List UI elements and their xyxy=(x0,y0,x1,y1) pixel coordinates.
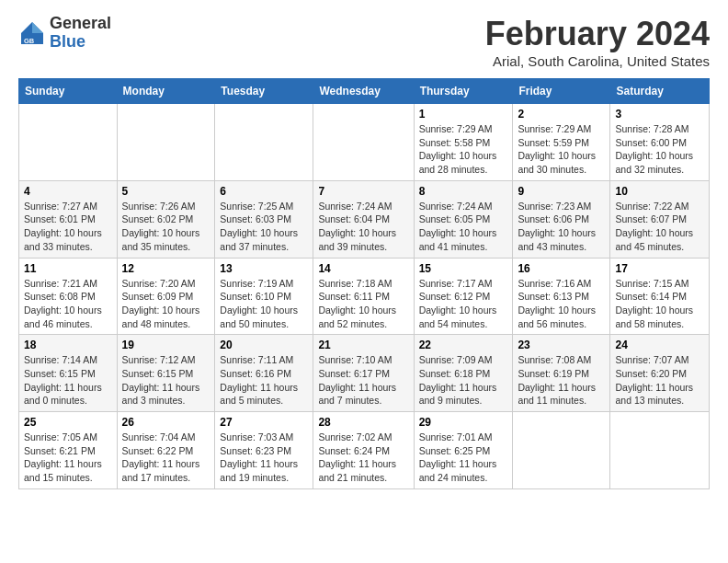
weekday-header-friday: Friday xyxy=(513,79,610,104)
day-info: Sunrise: 7:23 AM Sunset: 6:06 PM Dayligh… xyxy=(518,200,605,254)
day-number: 1 xyxy=(419,108,508,121)
calendar-cell-w4-d2: 27Sunrise: 7:03 AM Sunset: 6:23 PM Dayli… xyxy=(215,412,313,489)
weekday-header-sunday: Sunday xyxy=(19,79,118,104)
day-info: Sunrise: 7:22 AM Sunset: 6:07 PM Dayligh… xyxy=(615,200,704,254)
calendar-cell-w0-d5: 2Sunrise: 7:29 AM Sunset: 5:59 PM Daylig… xyxy=(513,104,610,181)
day-number: 10 xyxy=(615,185,704,198)
day-info: Sunrise: 7:04 AM Sunset: 6:22 PM Dayligh… xyxy=(122,431,210,485)
day-number: 12 xyxy=(122,262,210,275)
day-info: Sunrise: 7:26 AM Sunset: 6:02 PM Dayligh… xyxy=(122,200,210,254)
calendar-cell-w3-d0: 18Sunrise: 7:14 AM Sunset: 6:15 PM Dayli… xyxy=(19,335,118,412)
day-number: 2 xyxy=(518,108,605,121)
calendar-cell-w2-d1: 12Sunrise: 7:20 AM Sunset: 6:09 PM Dayli… xyxy=(117,258,215,335)
calendar-cell-w3-d6: 24Sunrise: 7:07 AM Sunset: 6:20 PM Dayli… xyxy=(610,335,710,412)
calendar-cell-w1-d1: 5Sunrise: 7:26 AM Sunset: 6:02 PM Daylig… xyxy=(117,180,215,258)
calendar-cell-w4-d0: 25Sunrise: 7:05 AM Sunset: 6:21 PM Dayli… xyxy=(19,412,118,489)
calendar-table: SundayMondayTuesdayWednesdayThursdayFrid… xyxy=(18,78,710,489)
day-number: 28 xyxy=(318,416,408,429)
day-info: Sunrise: 7:12 AM Sunset: 6:15 PM Dayligh… xyxy=(122,353,210,408)
calendar-cell-w0-d1 xyxy=(117,104,215,181)
logo-area: GB General Blue xyxy=(18,15,111,52)
day-info: Sunrise: 7:07 AM Sunset: 6:20 PM Dayligh… xyxy=(615,353,704,408)
day-info: Sunrise: 7:16 AM Sunset: 6:13 PM Dayligh… xyxy=(518,277,605,331)
weekday-header-monday: Monday xyxy=(117,79,215,104)
day-info: Sunrise: 7:20 AM Sunset: 6:09 PM Dayligh… xyxy=(122,277,210,331)
day-info: Sunrise: 7:11 AM Sunset: 6:16 PM Dayligh… xyxy=(220,353,308,408)
weekday-header-thursday: Thursday xyxy=(414,79,513,104)
day-info: Sunrise: 7:21 AM Sunset: 6:08 PM Dayligh… xyxy=(24,277,112,331)
day-info: Sunrise: 7:25 AM Sunset: 6:03 PM Dayligh… xyxy=(220,200,308,254)
day-info: Sunrise: 7:28 AM Sunset: 6:00 PM Dayligh… xyxy=(615,122,704,177)
weekday-header-saturday: Saturday xyxy=(610,79,710,104)
day-info: Sunrise: 7:19 AM Sunset: 6:10 PM Dayligh… xyxy=(220,277,308,331)
day-number: 15 xyxy=(419,262,508,275)
calendar-cell-w2-d4: 15Sunrise: 7:17 AM Sunset: 6:12 PM Dayli… xyxy=(414,258,513,335)
day-number: 21 xyxy=(318,339,408,351)
day-info: Sunrise: 7:14 AM Sunset: 6:15 PM Dayligh… xyxy=(24,353,112,408)
day-info: Sunrise: 7:01 AM Sunset: 6:25 PM Dayligh… xyxy=(419,431,508,485)
calendar-cell-w2-d6: 17Sunrise: 7:15 AM Sunset: 6:14 PM Dayli… xyxy=(610,258,710,335)
calendar-cell-w4-d6 xyxy=(610,412,710,489)
calendar-cell-w2-d0: 11Sunrise: 7:21 AM Sunset: 6:08 PM Dayli… xyxy=(19,258,118,335)
day-number: 29 xyxy=(419,416,508,429)
calendar-cell-w1-d3: 7Sunrise: 7:24 AM Sunset: 6:04 PM Daylig… xyxy=(313,180,414,258)
day-info: Sunrise: 7:09 AM Sunset: 6:18 PM Dayligh… xyxy=(419,353,508,408)
calendar-cell-w0-d3 xyxy=(313,104,414,181)
day-info: Sunrise: 7:03 AM Sunset: 6:23 PM Dayligh… xyxy=(220,431,308,485)
title-area: February 2024 Arial, South Carolina, Uni… xyxy=(485,15,710,69)
weekday-header-tuesday: Tuesday xyxy=(215,79,313,104)
location-subtitle: Arial, South Carolina, United States xyxy=(485,53,710,69)
calendar-cell-w2-d5: 16Sunrise: 7:16 AM Sunset: 6:13 PM Dayli… xyxy=(513,258,610,335)
day-number: 8 xyxy=(419,185,508,198)
day-number: 11 xyxy=(24,262,112,275)
calendar-cell-w0-d4: 1Sunrise: 7:29 AM Sunset: 5:58 PM Daylig… xyxy=(414,104,513,181)
day-number: 19 xyxy=(122,339,210,351)
month-title: February 2024 xyxy=(485,15,710,53)
day-info: Sunrise: 7:05 AM Sunset: 6:21 PM Dayligh… xyxy=(24,431,112,485)
calendar-cell-w4-d3: 28Sunrise: 7:02 AM Sunset: 6:24 PM Dayli… xyxy=(313,412,414,489)
calendar-cell-w2-d3: 14Sunrise: 7:18 AM Sunset: 6:11 PM Dayli… xyxy=(313,258,414,335)
calendar-cell-w2-d2: 13Sunrise: 7:19 AM Sunset: 6:10 PM Dayli… xyxy=(215,258,313,335)
day-info: Sunrise: 7:15 AM Sunset: 6:14 PM Dayligh… xyxy=(615,277,704,331)
header-section: GB General Blue February 2024 Arial, Sou… xyxy=(18,15,710,69)
day-number: 5 xyxy=(122,185,210,198)
calendar-cell-w1-d4: 8Sunrise: 7:24 AM Sunset: 6:05 PM Daylig… xyxy=(414,180,513,258)
day-number: 17 xyxy=(615,262,704,275)
day-number: 27 xyxy=(220,416,308,429)
calendar-cell-w0-d2 xyxy=(215,104,313,181)
day-info: Sunrise: 7:02 AM Sunset: 6:24 PM Dayligh… xyxy=(318,431,408,485)
calendar-cell-w3-d2: 20Sunrise: 7:11 AM Sunset: 6:16 PM Dayli… xyxy=(215,335,313,412)
svg-text:GB: GB xyxy=(24,36,35,44)
calendar-cell-w1-d2: 6Sunrise: 7:25 AM Sunset: 6:03 PM Daylig… xyxy=(215,180,313,258)
calendar-cell-w4-d1: 26Sunrise: 7:04 AM Sunset: 6:22 PM Dayli… xyxy=(117,412,215,489)
day-number: 22 xyxy=(419,339,508,351)
logo-blue: Blue xyxy=(50,33,111,52)
day-number: 16 xyxy=(518,262,605,275)
day-number: 14 xyxy=(318,262,408,275)
calendar-cell-w3-d4: 22Sunrise: 7:09 AM Sunset: 6:18 PM Dayli… xyxy=(414,335,513,412)
day-number: 23 xyxy=(518,339,605,351)
day-info: Sunrise: 7:24 AM Sunset: 6:05 PM Dayligh… xyxy=(419,200,508,254)
day-number: 24 xyxy=(615,339,704,351)
weekday-header-wednesday: Wednesday xyxy=(313,79,414,104)
day-number: 26 xyxy=(122,416,210,429)
day-number: 9 xyxy=(518,185,605,198)
day-info: Sunrise: 7:17 AM Sunset: 6:12 PM Dayligh… xyxy=(419,277,508,331)
day-info: Sunrise: 7:08 AM Sunset: 6:19 PM Dayligh… xyxy=(518,353,605,408)
day-number: 18 xyxy=(24,339,112,351)
day-number: 4 xyxy=(24,185,112,198)
generalblue-logo-icon: GB xyxy=(18,19,46,47)
day-info: Sunrise: 7:29 AM Sunset: 5:58 PM Dayligh… xyxy=(419,122,508,177)
day-number: 6 xyxy=(220,185,308,198)
day-number: 25 xyxy=(24,416,112,429)
calendar-cell-w3-d3: 21Sunrise: 7:10 AM Sunset: 6:17 PM Dayli… xyxy=(313,335,414,412)
calendar-cell-w4-d4: 29Sunrise: 7:01 AM Sunset: 6:25 PM Dayli… xyxy=(414,412,513,489)
day-number: 3 xyxy=(615,108,704,121)
day-info: Sunrise: 7:29 AM Sunset: 5:59 PM Dayligh… xyxy=(518,122,605,177)
calendar-cell-w4-d5 xyxy=(513,412,610,489)
day-number: 20 xyxy=(220,339,308,351)
calendar-cell-w1-d6: 10Sunrise: 7:22 AM Sunset: 6:07 PM Dayli… xyxy=(610,180,710,258)
calendar-cell-w0-d0 xyxy=(19,104,118,181)
calendar-cell-w1-d0: 4Sunrise: 7:27 AM Sunset: 6:01 PM Daylig… xyxy=(19,180,118,258)
calendar-cell-w1-d5: 9Sunrise: 7:23 AM Sunset: 6:06 PM Daylig… xyxy=(513,180,610,258)
